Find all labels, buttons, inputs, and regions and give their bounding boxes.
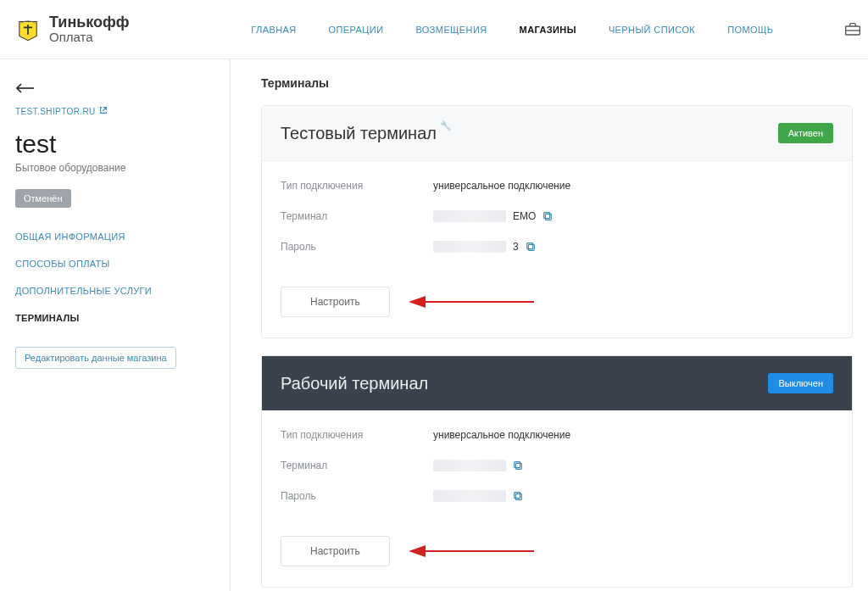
annotation-arrow-icon [407,544,534,559]
store-name: test [15,130,214,159]
value-terminal [433,460,523,471]
label-terminal: Терминал [281,460,433,471]
annotation-arrow-icon [407,294,534,309]
configure-button[interactable]: Настроить [281,287,390,317]
terminal-suffix: EMO [513,210,536,222]
svg-rect-9 [515,463,521,469]
row-password: Пароль [281,490,833,502]
logo-icon [14,14,42,43]
row-terminal-id: Терминал [281,460,833,471]
svg-rect-6 [526,243,532,249]
copy-icon[interactable] [526,242,536,252]
card-header: Тестовый терминал 🔧 Активен [262,106,852,161]
svg-rect-4 [544,213,550,219]
sidebar-item-general[interactable]: ОБЩАЯ ИНФОРМАЦИЯ [15,231,214,242]
copy-icon[interactable] [513,460,523,471]
label-connection-type: Тип подключения [281,180,433,192]
sidebar: TEST.SHIPTOR.RU test Бытовое оборудовани… [0,59,231,591]
label-password: Пароль [281,241,433,253]
terminal-card-test: Тестовый терминал 🔧 Активен Тип подключе… [261,105,853,338]
card-title: Тестовый терминал [281,124,437,143]
terminal-card-production: Рабочий терминал Выключен Тип подключени… [261,355,853,588]
nav-item-stores[interactable]: МАГАЗИНЫ [520,25,576,35]
label-password: Пароль [281,490,433,502]
row-connection-type: Тип подключения универсальное подключени… [281,180,833,192]
value-connection-type: универсальное подключение [433,180,570,192]
svg-rect-11 [515,493,521,499]
status-badge: Отменён [15,189,71,208]
value-password [433,490,523,502]
label-connection-type: Тип подключения [281,429,433,441]
main-content: Терминалы Тестовый терминал 🔧 Активен Ти… [231,59,868,591]
masked-value [433,490,506,502]
wrench-icon: 🔧 [440,120,452,131]
logo[interactable]: Тинькофф Оплата [14,14,130,44]
store-category: Бытовое оборудование [15,162,214,174]
nav-item-blacklist[interactable]: ЧЕРНЫЙ СПИСОК [609,25,695,35]
header: Тинькофф Оплата ГЛАВНАЯ ОПЕРАЦИИ ВОЗМЕЩЕ… [0,0,868,59]
configure-button[interactable]: Настроить [281,536,390,566]
card-title: Рабочий терминал [281,374,428,393]
page-title: Терминалы [261,76,853,90]
nav-item-operations[interactable]: ОПЕРАЦИИ [329,25,384,35]
back-arrow-icon[interactable] [15,80,36,98]
sidebar-menu: ОБЩАЯ ИНФОРМАЦИЯ СПОСОБЫ ОПЛАТЫ ДОПОЛНИТ… [15,231,214,323]
store-url-link[interactable]: TEST.SHIPTOR.RU [15,106,214,116]
nav-item-help[interactable]: ПОМОЩЬ [727,25,773,35]
top-nav: ГЛАВНАЯ ОПЕРАЦИИ ВОЗМЕЩЕНИЯ МАГАЗИНЫ ЧЕР… [181,25,844,35]
status-badge-active: Активен [778,123,833,143]
briefcase-icon[interactable] [844,22,861,37]
external-link-icon [99,106,108,116]
password-suffix: 3 [513,241,519,253]
svg-marker-14 [409,545,426,557]
row-password: Пароль 3 [281,241,833,253]
svg-rect-5 [528,244,534,250]
row-connection-type: Тип подключения универсальное подключени… [281,429,833,441]
svg-rect-10 [515,462,520,468]
copy-icon[interactable] [542,211,553,221]
sidebar-item-payments[interactable]: СПОСОБЫ ОПЛАТЫ [15,259,214,269]
svg-rect-12 [515,493,520,499]
nav-item-refunds[interactable]: ВОЗМЕЩЕНИЯ [415,25,487,35]
svg-marker-8 [409,296,426,308]
label-terminal: Терминал [281,210,433,222]
value-connection-type: универсальное подключение [433,429,570,441]
logo-text: Тинькофф Оплата [49,14,130,44]
card-header: Рабочий терминал Выключен [262,356,852,410]
masked-value [433,210,506,222]
value-terminal: EMO [433,210,553,222]
sidebar-item-terminals[interactable]: ТЕРМИНАЛЫ [15,313,214,323]
status-badge-disabled: Выключен [768,373,833,393]
sidebar-item-services[interactable]: ДОПОЛНИТЕЛЬНЫЕ УСЛУГИ [15,286,214,296]
masked-value [433,460,506,471]
nav-item-home[interactable]: ГЛАВНАЯ [251,25,296,35]
masked-value [433,241,506,253]
value-password: 3 [433,241,536,253]
svg-rect-3 [546,214,552,220]
edit-store-button[interactable]: Редактировать данные магазина [15,347,176,369]
copy-icon[interactable] [513,491,523,501]
row-terminal-id: Терминал EMO [281,210,833,222]
